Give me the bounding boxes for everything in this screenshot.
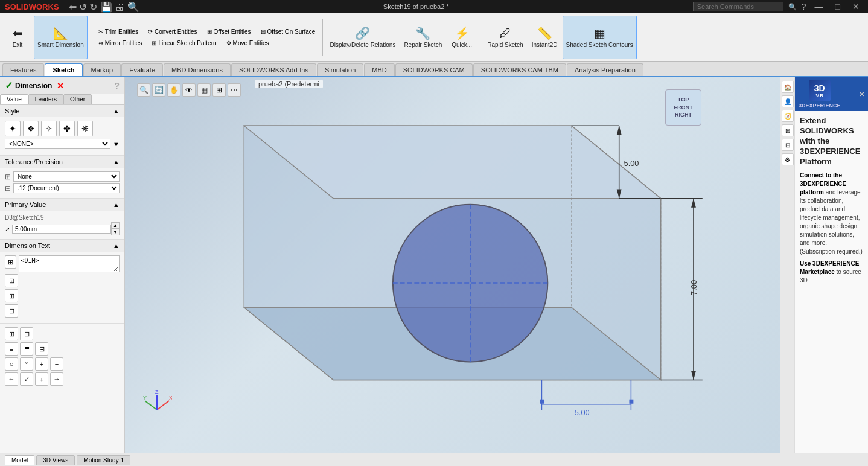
exp-panel-header: 3D V.R 3DEXPERIENCE ✕ — [795, 77, 868, 111]
tab-mbd-dimensions[interactable]: MBD Dimensions — [164, 63, 231, 76]
tab-motion-study[interactable]: Motion Study 1 — [77, 455, 130, 465]
minimize-button[interactable]: — — [811, 2, 827, 11]
close-button[interactable]: ✕ — [849, 2, 863, 11]
help-panel-button[interactable]: ? — [114, 81, 120, 91]
dim-text-collapse-icon: ▲ — [113, 242, 120, 249]
tab-mbd[interactable]: MBD — [364, 63, 394, 76]
trim-button[interactable]: ✂ Trim Entities — [94, 27, 142, 37]
style-icon-1[interactable]: ✦ — [5, 121, 21, 136]
tab-cam-tbm[interactable]: SOLIDWORKS CAM TBM — [473, 63, 566, 76]
tab-evaluate[interactable]: Evaluate — [121, 63, 163, 76]
view-icon[interactable]: 👁 — [182, 83, 196, 97]
dim-text-icon-2[interactable]: ⊡ — [5, 274, 18, 287]
exp-home-icon[interactable]: 🏠 — [782, 81, 794, 93]
style-icon-2[interactable]: ❖ — [23, 121, 39, 136]
shading-icon[interactable]: ▦ — [197, 83, 211, 97]
3d-viewport[interactable]: prueba2 (Predetermi 🔍 🔄 ✋ 👁 ▦ ⊞ ⋯ — [125, 77, 780, 453]
right-icon[interactable]: → — [50, 372, 63, 386]
section-icon[interactable]: ⊞ — [212, 83, 226, 97]
convert-button[interactable]: ⟳ Convert Entities — [144, 27, 202, 37]
exit-button[interactable]: ⬅ Exit — [2, 16, 33, 59]
tab-simulation[interactable]: Simulation — [317, 63, 363, 76]
style-icon-4[interactable]: ✤ — [59, 121, 75, 136]
precision-dropdown[interactable]: .12 (Document) — [13, 183, 120, 193]
primary-value-field[interactable] — [12, 225, 111, 234]
value-decrement[interactable]: ▼ — [111, 229, 120, 235]
plus-icon[interactable]: + — [35, 357, 48, 371]
tab-sketch[interactable]: Sketch — [45, 63, 82, 76]
tab-features[interactable]: Features — [2, 63, 44, 76]
tab-solidworks-cam[interactable]: SOLIDWORKS CAM — [395, 63, 473, 76]
style-icon-3[interactable]: ✧ — [41, 121, 57, 136]
degree-icon[interactable]: ° — [20, 357, 33, 371]
subtab-leaders[interactable]: Leaders — [28, 94, 63, 104]
style-section-content: ✦ ❖ ✧ ✤ ❋ <NONE> ▼ — [0, 117, 124, 155]
viewport-inner: prueba2 (Predetermi 🔍 🔄 ✋ 👁 ▦ ⊞ ⋯ — [125, 77, 780, 453]
quick-button[interactable]: ⚡ Quick... — [447, 16, 477, 59]
exp-settings-icon[interactable]: ⚙ — [782, 153, 794, 165]
exp-user-icon[interactable]: 👤 — [782, 95, 794, 107]
svg-line-27 — [145, 401, 157, 410]
pan-icon[interactable]: ✋ — [167, 83, 180, 97]
offset-on-button[interactable]: ⊟ Offset On Surface — [257, 27, 320, 37]
align-icon-1[interactable]: ⊞ — [5, 327, 18, 340]
tab-model[interactable]: Model — [5, 455, 34, 465]
trim-icon: ✂ — [98, 28, 103, 35]
exp-close-icon[interactable]: ✕ — [859, 91, 864, 98]
dim-text-area[interactable]: <DIM> — [19, 255, 120, 272]
minus-icon[interactable]: − — [50, 357, 63, 371]
align-icon-4[interactable]: ≣ — [20, 342, 33, 356]
align-icon-5[interactable]: ⊟ — [35, 342, 48, 356]
subtab-other[interactable]: Other — [63, 94, 92, 104]
align-icon-2[interactable]: ⊟ — [20, 327, 33, 340]
more-icon[interactable]: ⋯ — [228, 83, 241, 97]
dim-text-header[interactable]: Dimension Text ▲ — [0, 240, 124, 252]
style-dropdown[interactable]: <NONE> — [5, 139, 110, 149]
dim-text-icon-4[interactable]: ⊟ — [5, 304, 18, 318]
rapid-sketch-button[interactable]: 🖊 Rapid Sketch — [483, 16, 526, 59]
style-icon-5[interactable]: ❋ — [77, 121, 93, 136]
offset-button[interactable]: ⊞ Offset Entities — [203, 27, 255, 37]
circle-icon[interactable]: ○ — [5, 357, 18, 371]
exp-grid-icon[interactable]: ⊞ — [782, 124, 794, 136]
display-delete-icon: 🔗 — [355, 26, 370, 40]
subtab-value[interactable]: Value — [0, 94, 28, 104]
value-increment[interactable]: ▲ — [111, 222, 120, 229]
restore-button[interactable]: □ — [832, 2, 844, 11]
style-section-header[interactable]: Style ▲ — [0, 105, 124, 117]
mirror-button[interactable]: ⇔ Mirror Entities — [94, 38, 147, 48]
nav-cube[interactable]: TOP FRONT RIGHT — [665, 89, 701, 126]
window-title: Sketch19 of prueba2 * — [143, 3, 689, 10]
exp-compass-icon[interactable]: 🧭 — [782, 110, 794, 122]
confirm-button[interactable]: ✓ — [5, 80, 13, 91]
arrow-left-icon[interactable]: ← — [5, 372, 18, 386]
primary-value-header[interactable]: Primary Value ▲ — [0, 199, 124, 211]
dim-text-icon-1[interactable]: ⊞ — [5, 255, 16, 269]
tab-solidworks-addins[interactable]: SOLIDWORKS Add-Ins — [231, 63, 316, 76]
tolerance-dropdown[interactable]: None — [13, 171, 120, 182]
display-delete-button[interactable]: 🔗 Display/Delete Relations — [326, 16, 399, 59]
tab-analysis[interactable]: Analysis Preparation — [567, 63, 643, 76]
rotate-icon[interactable]: 🔄 — [152, 83, 165, 97]
align-icon-3[interactable]: ≡ — [5, 342, 18, 356]
primary-value-content: D3@Sketch19 ↗ ▲ ▼ — [0, 211, 124, 239]
move-button[interactable]: ✥ Move Entities — [222, 38, 273, 48]
linear-pattern-button[interactable]: ⊞ Linear Sketch Pattern — [147, 38, 220, 48]
checkmark-icon[interactable]: ✓ — [20, 372, 33, 386]
tab-3dviews[interactable]: 3D Views — [36, 455, 75, 465]
repair-button[interactable]: 🔧 Repair Sketch — [400, 16, 445, 59]
help-icon[interactable]: ? — [802, 2, 806, 11]
tolerance-section-header[interactable]: Tolerance/Precision ▲ — [0, 156, 124, 168]
search-icon[interactable]: 🔍 — [788, 3, 797, 11]
search-input[interactable] — [693, 2, 783, 11]
tolerance-collapse-icon: ▲ — [113, 158, 120, 165]
instant2d-button[interactable]: 📏 Instant2D — [528, 16, 561, 59]
shaded-sketch-button[interactable]: ▦ Shaded Sketch Contours — [563, 16, 637, 59]
smart-dimension-button[interactable]: 📐 Smart Dimension — [34, 16, 88, 59]
exp-apps-icon[interactable]: ⊟ — [782, 139, 794, 151]
cancel-button[interactable]: ✕ — [57, 81, 64, 91]
tab-markup[interactable]: Markup — [83, 63, 121, 76]
zoom-icon[interactable]: 🔍 — [137, 83, 150, 97]
down-icon[interactable]: ↓ — [35, 372, 48, 386]
dim-text-icon-3[interactable]: ⊞ — [5, 289, 18, 302]
